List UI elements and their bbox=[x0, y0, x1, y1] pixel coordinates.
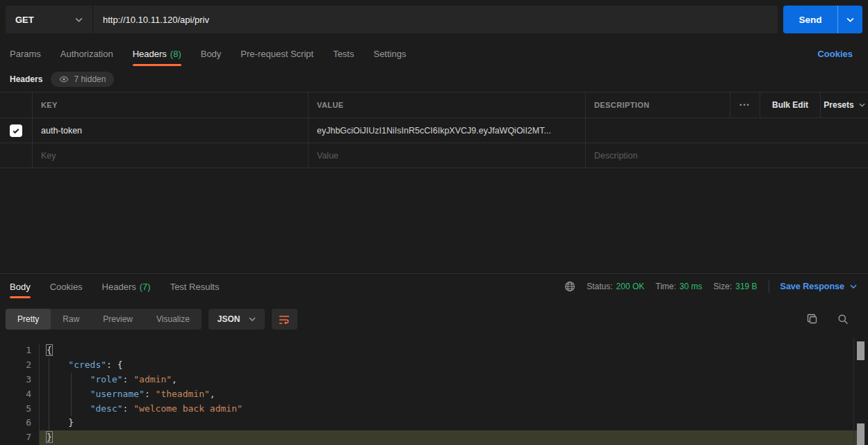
row-checkbox-cell bbox=[0, 118, 32, 143]
response-tabs: Body Cookies Headers (7) Test Results St… bbox=[0, 274, 868, 299]
line-number: 6 bbox=[0, 416, 31, 430]
tab-pre-request-script[interactable]: Pre-request Script bbox=[240, 40, 313, 67]
new-description-input[interactable]: Description bbox=[585, 143, 868, 168]
line-number: 1 bbox=[0, 343, 31, 358]
tab-body[interactable]: Body bbox=[201, 40, 222, 67]
response-headers-count: (7) bbox=[140, 282, 151, 292]
select-all-cell bbox=[0, 92, 32, 118]
line-number: 7 bbox=[0, 430, 31, 445]
headers-count: (8) bbox=[170, 49, 181, 59]
line-number: 2 bbox=[0, 358, 31, 373]
view-preview[interactable]: Preview bbox=[91, 309, 145, 330]
response-meta: Status: 200 OK Time: 30 ms Size: 319 B S… bbox=[564, 280, 868, 293]
tab-headers[interactable]: Headers (8) bbox=[133, 40, 181, 67]
globe-icon[interactable] bbox=[564, 281, 575, 292]
chevron-down-icon bbox=[846, 17, 854, 22]
tab-settings[interactable]: Settings bbox=[373, 40, 406, 67]
table-row: auth-token eyJhbGciOiJIUzI1NiIsInR5cCI6I… bbox=[0, 118, 868, 143]
view-visualize[interactable]: Visualize bbox=[145, 309, 202, 330]
response-tab-cookies[interactable]: Cookies bbox=[50, 274, 83, 299]
search-icon[interactable] bbox=[837, 314, 849, 325]
url-value: http://10.10.11.120/api/priv bbox=[103, 15, 209, 25]
more-actions-icon: ••• bbox=[739, 102, 750, 108]
hidden-headers-toggle[interactable]: 7 hidden bbox=[51, 72, 114, 87]
status-badge: Status: 200 OK bbox=[587, 282, 644, 291]
scrollbar-track[interactable] bbox=[853, 338, 854, 445]
header-key-field[interactable]: auth-token bbox=[32, 118, 308, 143]
response-tab-headers[interactable]: Headers (7) bbox=[102, 274, 151, 299]
format-dropdown[interactable]: JSON bbox=[208, 309, 265, 330]
method-value: GET bbox=[15, 15, 34, 25]
request-tabs: Params Authorization Headers (8) Body Pr… bbox=[0, 40, 868, 67]
method-dropdown[interactable]: GET bbox=[6, 6, 93, 33]
indent-guide bbox=[71, 373, 72, 416]
url-group: GET http://10.10.11.120/api/priv bbox=[6, 6, 778, 33]
cookies-link[interactable]: Cookies bbox=[817, 49, 853, 59]
response-view-bar: Pretty Raw Preview Visualize JSON bbox=[6, 309, 862, 330]
row-checkbox[interactable] bbox=[10, 124, 22, 137]
line-number: 5 bbox=[0, 402, 31, 416]
save-response-button[interactable]: Save Response bbox=[780, 282, 857, 291]
send-label[interactable]: Send bbox=[783, 6, 837, 33]
response-tab-body[interactable]: Body bbox=[10, 274, 31, 299]
code-line: 3 "role": "admin", bbox=[0, 373, 868, 387]
headers-subheader: Headers 7 hidden bbox=[0, 67, 868, 92]
table-row-empty: Key Value Description bbox=[0, 143, 868, 168]
column-key: KEY bbox=[32, 92, 308, 118]
eye-icon bbox=[59, 74, 69, 84]
response-actions bbox=[807, 314, 862, 325]
url-input[interactable]: http://10.10.11.120/api/priv bbox=[93, 6, 778, 33]
code-line: 1 { bbox=[0, 343, 868, 358]
line-number: 4 bbox=[0, 387, 31, 402]
new-value-input[interactable]: Value bbox=[308, 143, 585, 168]
line-number: 3 bbox=[0, 373, 31, 387]
scrollbar-thumb[interactable] bbox=[857, 423, 865, 445]
send-button[interactable]: Send bbox=[783, 6, 862, 33]
code-line: 6 } bbox=[0, 416, 868, 430]
header-value-field[interactable]: eyJhbGciOiJIUzI1NiIsInR5cCI6IkpXVCJ9.eyJ… bbox=[308, 118, 585, 143]
view-pretty[interactable]: Pretty bbox=[6, 309, 51, 330]
code-line: 5 "desc": "welcome back admin" bbox=[0, 402, 868, 416]
send-options-button[interactable] bbox=[837, 6, 862, 33]
code-line: 4 "username": "theadmin", bbox=[0, 387, 868, 402]
spacer bbox=[0, 168, 868, 273]
presets-dropdown[interactable]: Presets bbox=[820, 92, 868, 118]
chevron-down-icon bbox=[859, 103, 865, 107]
code-line: 2 "creds": { bbox=[0, 358, 868, 373]
view-mode-group: Pretty Raw Preview Visualize bbox=[6, 309, 202, 330]
format-value: JSON bbox=[218, 314, 240, 324]
row-checkbox-cell bbox=[0, 143, 32, 168]
wrap-line-button[interactable] bbox=[272, 309, 297, 330]
response-tab-test-results[interactable]: Test Results bbox=[170, 274, 220, 299]
size-badge: Size: 319 B bbox=[714, 282, 758, 291]
scrollbar-thumb[interactable] bbox=[857, 341, 865, 360]
response-body-viewer[interactable]: 1 { 2 "creds": { 3 "role": "admin", 4 "u… bbox=[0, 338, 868, 445]
divider bbox=[769, 280, 769, 293]
new-key-input[interactable]: Key bbox=[32, 143, 308, 168]
column-value: VALUE bbox=[308, 92, 585, 118]
chevron-down-icon bbox=[75, 17, 83, 22]
tab-authorization[interactable]: Authorization bbox=[60, 40, 113, 67]
check-icon bbox=[12, 127, 20, 135]
response-section: Body Cookies Headers (7) Test Results St… bbox=[0, 273, 868, 445]
view-raw[interactable]: Raw bbox=[51, 309, 91, 330]
headers-table: KEY VALUE DESCRIPTION ••• Bulk Edit Pres… bbox=[0, 92, 868, 168]
bulk-edit-button[interactable]: Bulk Edit bbox=[760, 92, 820, 118]
chevron-down-icon bbox=[850, 284, 857, 289]
column-description: DESCRIPTION bbox=[585, 92, 730, 118]
header-description-field[interactable] bbox=[585, 118, 868, 143]
copy-icon[interactable] bbox=[807, 314, 818, 325]
tab-params[interactable]: Params bbox=[10, 40, 41, 67]
more-actions-button[interactable]: ••• bbox=[730, 92, 760, 118]
code-line-active: 7 } bbox=[0, 430, 868, 445]
wrap-line-icon bbox=[279, 314, 290, 324]
time-badge: Time: 30 ms bbox=[655, 282, 702, 291]
table-header-row: KEY VALUE DESCRIPTION ••• Bulk Edit Pres… bbox=[0, 92, 868, 118]
tab-tests[interactable]: Tests bbox=[333, 40, 354, 67]
request-bar: GET http://10.10.11.120/api/priv Send bbox=[6, 6, 862, 33]
hidden-headers-label: 7 hidden bbox=[74, 74, 106, 84]
chevron-down-icon bbox=[249, 317, 256, 321]
headers-title: Headers bbox=[10, 74, 42, 84]
indent-guide bbox=[49, 358, 49, 430]
